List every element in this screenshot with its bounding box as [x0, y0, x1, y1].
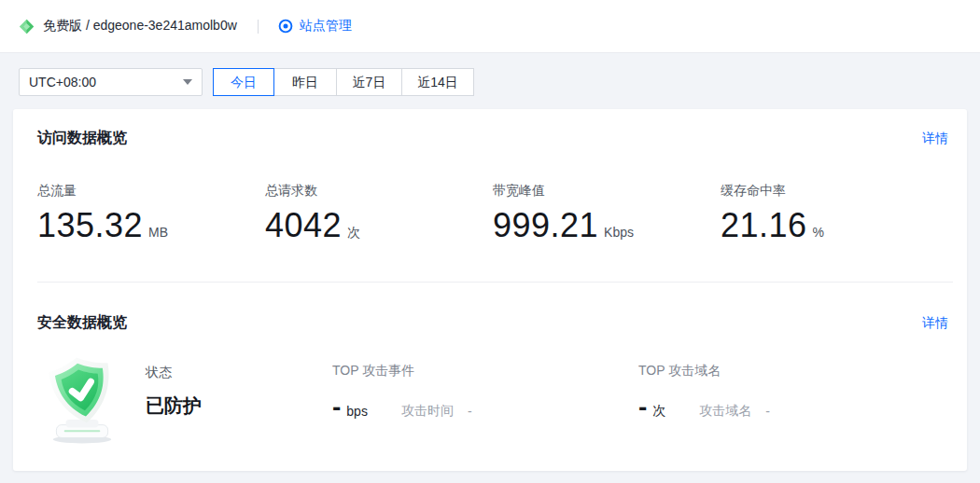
- top-attack-domain-title: TOP 攻击域名: [638, 363, 945, 380]
- metric-value: 135.32: [37, 206, 143, 244]
- attack-domain-value: -: [638, 403, 647, 412]
- security-overview-header: 安全数据概览 详情: [37, 283, 948, 333]
- filter-controls: UTC+08:00 今日 昨日 近7日 近14日: [19, 68, 980, 96]
- metric-value: 21.16: [721, 206, 807, 244]
- top-attack-event-title: TOP 攻击事件: [332, 363, 638, 380]
- date-range-group: 今日 昨日 近7日 近14日: [213, 68, 474, 96]
- breadcrumb-text: 免费版 / edgeone-3e241amolb0w: [43, 18, 237, 34]
- attack-event-value: -: [332, 403, 341, 412]
- bullseye-icon: [278, 19, 293, 34]
- metric-value: 4042: [265, 206, 342, 244]
- attack-domain-unit: 次: [652, 403, 665, 420]
- access-detail-link[interactable]: 详情: [922, 131, 948, 147]
- security-body: 状态 已防护 TOP 攻击事件 - bps 攻击时间 - TOP 攻击域名 - …: [37, 354, 948, 445]
- overview-card: 访问数据概览 详情 总流量 135.32MB 总请求数 4042次 带宽峰值 9…: [13, 109, 967, 471]
- top-attack-domain: TOP 攻击域名 - 次 攻击域名 -: [638, 354, 945, 420]
- status-value: 已防护: [146, 393, 332, 419]
- attack-domain-label: 攻击域名: [699, 403, 751, 420]
- security-detail-link[interactable]: 详情: [922, 315, 948, 332]
- plan-diamond-icon: [19, 19, 35, 34]
- access-overview-title: 访问数据概览: [37, 129, 127, 148]
- metric-unit: 次: [347, 225, 360, 240]
- timezone-value: UTC+08:00: [29, 75, 96, 90]
- range-button-yesterday[interactable]: 昨日: [274, 68, 337, 96]
- metric-peak-bandwidth: 带宽峰值 999.21Kbps: [493, 183, 721, 245]
- attack-domain-sub-value: -: [765, 404, 770, 419]
- status-label: 状态: [146, 365, 332, 381]
- attack-event-unit: bps: [346, 404, 368, 419]
- metric-total-traffic: 总流量 135.32MB: [37, 183, 265, 245]
- range-button-14days[interactable]: 近14日: [402, 68, 474, 96]
- access-metrics-row: 总流量 135.32MB 总请求数 4042次 带宽峰值 999.21Kbps …: [37, 183, 948, 245]
- breadcrumb[interactable]: 免费版 / edgeone-3e241amolb0w: [19, 18, 237, 34]
- timezone-select[interactable]: UTC+08:00: [19, 68, 203, 96]
- top-bar: 免费版 / edgeone-3e241amolb0w 站点管理: [0, 0, 980, 53]
- metric-label: 缓存命中率: [721, 183, 948, 200]
- chevron-down-icon: [183, 79, 192, 85]
- vertical-divider: [258, 20, 259, 34]
- top-attack-event: TOP 攻击事件 - bps 攻击时间 -: [332, 354, 638, 420]
- metric-label: 总请求数: [265, 183, 493, 200]
- metric-total-requests: 总请求数 4042次: [265, 183, 493, 245]
- metric-unit: %: [813, 225, 824, 240]
- metric-label: 总流量: [37, 183, 265, 200]
- attack-time-label: 攻击时间: [401, 403, 454, 420]
- attack-time-value: -: [468, 404, 472, 419]
- range-button-today[interactable]: 今日: [213, 68, 274, 96]
- metric-cache-hit-rate: 缓存命中率 21.16%: [721, 183, 948, 245]
- protection-status: 状态 已防护: [146, 354, 332, 419]
- site-management-link[interactable]: 站点管理: [278, 18, 352, 34]
- metric-unit: Kbps: [604, 225, 634, 240]
- protected-shield-icon: [39, 354, 125, 445]
- metric-value: 999.21: [493, 206, 598, 244]
- metric-label: 带宽峰值: [493, 183, 721, 200]
- range-button-7days[interactable]: 近7日: [337, 68, 402, 96]
- access-overview-header: 访问数据概览 详情: [37, 109, 948, 148]
- site-management-label: 站点管理: [300, 18, 352, 34]
- metric-unit: MB: [148, 225, 168, 240]
- security-overview-title: 安全数据概览: [37, 313, 127, 333]
